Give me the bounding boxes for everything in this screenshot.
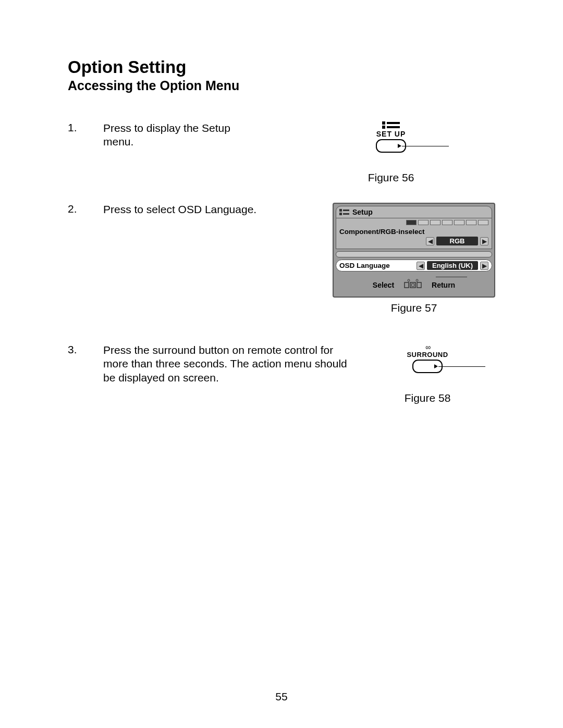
osd-header-title: Setup — [352, 208, 373, 216]
setup-button-label: SET UP — [376, 130, 406, 138]
svg-point-3 — [416, 279, 418, 281]
osd-tab — [454, 220, 464, 225]
list-item: 1. Press to display the Setup menu. — [68, 121, 287, 149]
svg-rect-1 — [412, 284, 414, 287]
page-number: 55 — [275, 690, 287, 703]
osd-header: Setup — [336, 206, 492, 218]
surround-button-figure: ∞ SURROUND — [407, 343, 448, 373]
chevron-left-icon: ◀ — [426, 237, 434, 245]
osd-tab — [466, 220, 476, 225]
figure-caption: Figure 58 — [360, 392, 495, 404]
svg-point-2 — [408, 279, 410, 281]
osd-row-label: Component/RGB-inselect — [339, 228, 488, 236]
chevron-right-icon: ▶ — [480, 262, 488, 270]
step-number: 1. — [68, 121, 103, 134]
osd-row-value: English (UK) — [427, 261, 478, 270]
list-item: 3. Press the surround button on remote c… — [68, 343, 360, 385]
page-subtitle: Accessing the Option Menu — [68, 78, 495, 93]
osd-tab-strip — [336, 218, 492, 226]
figure-caption: Figure 56 — [287, 171, 495, 184]
figure-caption: Figure 57 — [333, 302, 495, 314]
step-text: Press the surround button on remote cont… — [103, 343, 353, 385]
osd-tab — [418, 220, 429, 225]
list-icon — [339, 209, 349, 215]
step-number: 2. — [68, 203, 103, 215]
chevron-left-icon: ◀ — [417, 262, 425, 270]
page-title: Option Setting — [68, 57, 495, 77]
osd-row-label: OSD Language — [339, 262, 390, 269]
osd-setup-panel: Setup Component/RGB-inselect ◀ RGB — [333, 203, 495, 298]
osd-row-language: OSD Language ◀ English (UK) ▶ — [336, 260, 492, 272]
setup-button-figure: SET UP — [376, 121, 406, 153]
step-text: Press to select OSD Language. — [103, 203, 256, 216]
svg-rect-0 — [410, 282, 415, 288]
list-icon — [382, 121, 400, 129]
surround-button-label: SURROUND — [407, 351, 448, 359]
osd-tab — [478, 220, 488, 225]
step-number: 3. — [68, 343, 103, 356]
step-text: Press to display the Setup menu. — [103, 121, 254, 149]
list-item: 2. Press to select OSD Language. — [68, 203, 287, 216]
osd-row-component: Component/RGB-inselect ◀ RGB ▶ — [336, 226, 492, 249]
infinity-icon: ∞ — [407, 343, 448, 351]
osd-row-value: RGB — [436, 237, 478, 245]
osd-tab — [430, 220, 440, 225]
osd-nav-hint: Select Return — [336, 274, 492, 294]
chevron-right-icon: ▶ — [480, 237, 488, 245]
osd-nav-return-label: Return — [432, 281, 455, 289]
osd-nav-select-label: Select — [373, 281, 394, 289]
osd-spacer — [336, 251, 492, 257]
dpad-icon — [401, 277, 424, 293]
osd-tab — [406, 220, 417, 225]
osd-tab — [442, 220, 452, 225]
